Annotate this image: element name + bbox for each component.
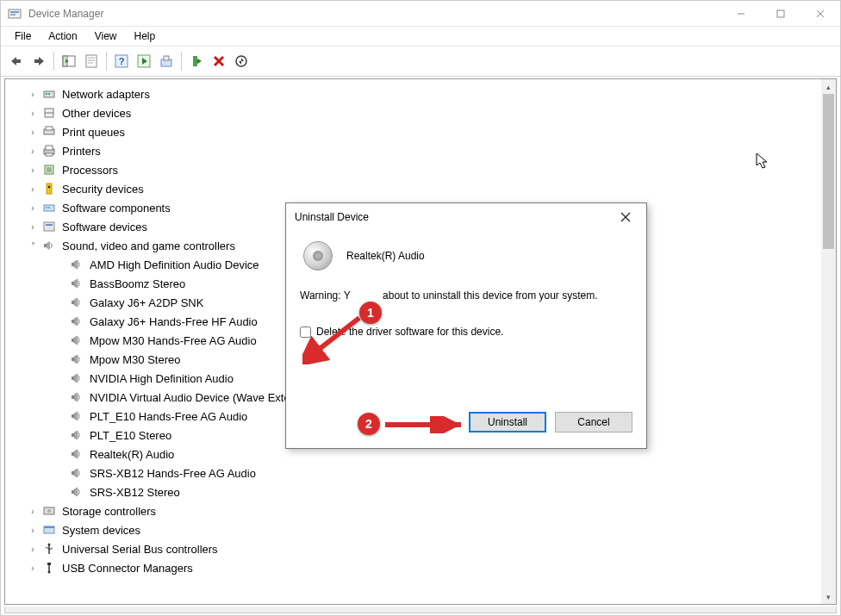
- menu-action[interactable]: Action: [40, 28, 85, 44]
- tree-category[interactable]: Printers: [5, 141, 821, 160]
- tree-item-label: NVIDIA High Definition Audio: [90, 372, 234, 385]
- svg-rect-60: [72, 339, 74, 342]
- svg-rect-2: [10, 14, 16, 16]
- svg-marker-53: [74, 260, 78, 269]
- chevron-right-icon[interactable]: [28, 146, 38, 156]
- update-driver-button[interactable]: [156, 51, 177, 72]
- uninstall-device-button[interactable]: [209, 51, 229, 72]
- chevron-right-icon[interactable]: [28, 507, 38, 516]
- chevron-down-icon[interactable]: [28, 241, 38, 251]
- chevron-right-icon[interactable]: [28, 563, 38, 573]
- scroll-thumb[interactable]: [823, 94, 834, 249]
- svg-rect-37: [46, 127, 53, 130]
- speaker-icon: [69, 314, 84, 328]
- svg-rect-64: [72, 376, 74, 380]
- close-button[interactable]: [801, 1, 840, 27]
- tree-item[interactable]: SRS-XB12 Hands-Free AG Audio: [5, 464, 821, 482]
- chevron-right-icon[interactable]: [28, 184, 38, 194]
- chevron-right-icon[interactable]: [28, 90, 38, 99]
- speaker-icon: [69, 466, 84, 480]
- svg-rect-74: [72, 471, 74, 475]
- svg-rect-23: [164, 56, 169, 60]
- usbconn-icon: [41, 561, 57, 575]
- chevron-right-icon[interactable]: [28, 526, 38, 535]
- svg-point-47: [48, 207, 50, 208]
- svg-line-92: [313, 318, 359, 354]
- uninstall-button[interactable]: Uninstall: [469, 412, 546, 432]
- svg-point-46: [46, 207, 47, 208]
- speaker-icon: [69, 371, 84, 385]
- svg-marker-67: [74, 393, 78, 401]
- speaker-icon: [69, 258, 84, 271]
- tree-category[interactable]: Other devices: [5, 103, 821, 122]
- annotation-arrow-2: [382, 416, 468, 433]
- tree-category[interactable]: USB Connector Managers: [5, 558, 821, 577]
- help-button[interactable]: ?: [111, 51, 132, 72]
- dialog-close-button[interactable]: [614, 205, 638, 229]
- chevron-right-icon[interactable]: [28, 109, 38, 118]
- vertical-scrollbar[interactable]: ▴ ▾: [821, 79, 836, 604]
- svg-rect-54: [72, 282, 74, 285]
- device-large-icon: [303, 241, 333, 271]
- properties-button[interactable]: [81, 51, 102, 72]
- tree-category[interactable]: Print queues: [5, 122, 821, 141]
- titlebar: Device Manager: [1, 1, 840, 27]
- scroll-up-button[interactable]: ▴: [821, 79, 836, 94]
- svg-marker-51: [47, 241, 50, 250]
- speaker-icon: [69, 447, 84, 461]
- tree-category-label: Other devices: [62, 107, 131, 120]
- forward-button[interactable]: [28, 51, 49, 72]
- svg-marker-59: [74, 317, 78, 326]
- tree-category[interactable]: Processors: [5, 160, 821, 179]
- tree-category[interactable]: Security devices: [5, 179, 821, 198]
- menu-help[interactable]: Help: [126, 28, 165, 44]
- tree-item-label: BassBoomz Stereo: [90, 277, 185, 290]
- security-icon: [41, 182, 57, 196]
- svg-marker-61: [74, 336, 78, 345]
- svg-marker-69: [74, 412, 78, 420]
- menu-file[interactable]: File: [6, 28, 40, 44]
- tree-item-label: Galaxy J6+ A2DP SNK: [90, 296, 203, 309]
- chevron-right-icon[interactable]: [28, 165, 38, 175]
- tree-category[interactable]: Universal Serial Bus controllers: [5, 539, 821, 558]
- scan-hardware-button[interactable]: [231, 51, 252, 72]
- chevron-right-icon[interactable]: [28, 222, 38, 232]
- device-name-label: Realtek(R) Audio: [346, 250, 425, 262]
- back-button[interactable]: [6, 51, 27, 72]
- scroll-down-button[interactable]: ▾: [821, 589, 836, 604]
- dialog-title: Uninstall Device: [295, 211, 369, 223]
- svg-rect-32: [46, 93, 47, 95]
- tree-item[interactable]: SRS-XB12 Stereo: [5, 482, 821, 501]
- svg-marker-30: [239, 61, 241, 65]
- chevron-right-icon[interactable]: [28, 203, 38, 213]
- maximize-button[interactable]: [761, 1, 801, 27]
- storage-icon: [41, 504, 57, 518]
- menubar: File Action View Help: [1, 27, 840, 46]
- warning-text: Warning: Y about to uninstall this devic…: [300, 283, 632, 302]
- dialog-titlebar: Uninstall Device: [286, 203, 646, 231]
- scan-button[interactable]: [134, 51, 154, 72]
- svg-rect-4: [777, 10, 784, 17]
- svg-rect-40: [46, 153, 53, 156]
- tree-category-label: System devices: [62, 524, 140, 537]
- tree-category[interactable]: System devices: [5, 520, 821, 539]
- enable-device-button[interactable]: [186, 51, 207, 72]
- system-icon: [41, 523, 57, 537]
- tree-category[interactable]: Network adapters: [5, 84, 821, 103]
- svg-marker-65: [74, 374, 78, 383]
- tree-category[interactable]: Storage controllers: [5, 501, 821, 520]
- chevron-right-icon[interactable]: [28, 544, 38, 554]
- annotation-badge-1: 1: [359, 302, 382, 324]
- chevron-right-icon[interactable]: [28, 128, 38, 137]
- svg-rect-70: [72, 433, 74, 437]
- speaker-icon: [69, 390, 84, 404]
- menu-view[interactable]: View: [86, 28, 126, 44]
- show-hide-tree-button[interactable]: [59, 51, 79, 72]
- minimize-button[interactable]: [721, 1, 761, 27]
- tree-category-label: Universal Serial Bus controllers: [62, 543, 218, 556]
- status-bar: [4, 607, 837, 613]
- svg-rect-14: [86, 55, 97, 67]
- cancel-button[interactable]: Cancel: [555, 412, 632, 432]
- tree-item-label: SRS-XB12 Hands-Free AG Audio: [90, 467, 256, 480]
- annotation-badge-2: 2: [358, 413, 380, 435]
